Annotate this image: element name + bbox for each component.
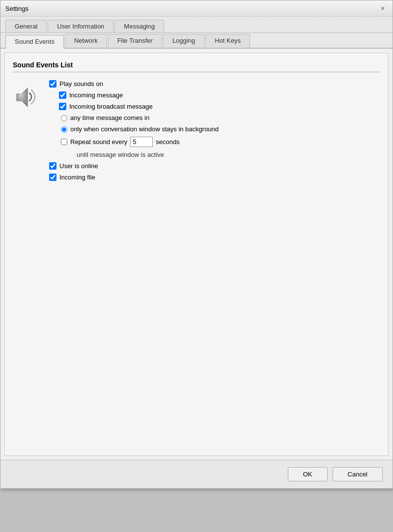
tabs-row2: Sound Events Network File Transfer Loggi… — [0, 33, 393, 49]
until-label: until message window is active — [77, 151, 164, 158]
repeat-sound-row: Repeat sound every seconds — [61, 137, 380, 147]
tab-hot-keys[interactable]: Hot Keys — [205, 34, 250, 48]
tab-general[interactable]: General — [5, 20, 47, 32]
any-time-row: any time message comes in — [61, 114, 380, 121]
options-column: Play sounds on Incoming message Incoming… — [49, 80, 380, 181]
until-row: until message window is active — [77, 151, 380, 158]
tabs-row1: General User Information Messaging — [0, 17, 393, 33]
incoming-broadcast-row: Incoming broadcast message — [59, 103, 380, 110]
tab-sound-events[interactable]: Sound Events — [5, 35, 64, 49]
cancel-button[interactable]: Cancel — [333, 467, 383, 481]
incoming-message-checkbox[interactable] — [59, 91, 66, 99]
only-when-radio[interactable] — [61, 126, 67, 133]
repeat-sound-checkbox[interactable] — [61, 139, 67, 145]
incoming-message-row: Incoming message — [59, 91, 380, 99]
play-sounds-row: Play sounds on — [49, 80, 380, 88]
tab-file-transfer[interactable]: File Transfer — [108, 34, 162, 48]
incoming-file-label[interactable]: Incoming file — [59, 174, 95, 181]
only-when-row: only when conversation window stays in b… — [61, 125, 380, 133]
any-time-label[interactable]: any time message comes in — [70, 114, 149, 121]
incoming-broadcast-checkbox[interactable] — [59, 103, 66, 110]
tab-user-information[interactable]: User Information — [48, 20, 113, 32]
section-title: Sound Events List — [13, 61, 380, 69]
only-when-label[interactable]: only when conversation window stays in b… — [70, 125, 219, 133]
repeat-sound-label[interactable]: Repeat sound every — [70, 138, 127, 146]
repeat-seconds-input[interactable] — [130, 137, 153, 147]
user-online-row: User is online — [49, 162, 380, 170]
main-content: Sound Events List — [4, 53, 389, 456]
incoming-message-label[interactable]: Incoming message — [69, 91, 123, 99]
svg-point-1 — [19, 92, 23, 95]
svg-marker-0 — [17, 88, 28, 107]
sound-icon-row: Play sounds on Incoming message Incoming… — [13, 80, 380, 181]
divider — [13, 72, 380, 72]
window-title: Settings — [5, 5, 28, 12]
speaker-icon — [13, 82, 42, 112]
user-online-label[interactable]: User is online — [59, 162, 98, 170]
broadcast-options: any time message comes in only when conv… — [61, 114, 380, 133]
settings-window: Settings × General User Information Mess… — [0, 0, 393, 489]
play-sounds-label[interactable]: Play sounds on — [59, 80, 103, 88]
incoming-broadcast-label[interactable]: Incoming broadcast message — [69, 103, 153, 110]
any-time-radio[interactable] — [61, 115, 67, 121]
footer: OK Cancel — [0, 460, 393, 488]
tab-network[interactable]: Network — [65, 34, 107, 48]
incoming-file-row: Incoming file — [49, 174, 380, 181]
tab-messaging[interactable]: Messaging — [114, 20, 164, 32]
play-sounds-checkbox[interactable] — [49, 80, 56, 88]
user-online-checkbox[interactable] — [49, 162, 56, 170]
seconds-label: seconds — [156, 138, 179, 146]
ok-button[interactable]: OK — [288, 467, 328, 481]
tab-logging[interactable]: Logging — [163, 34, 204, 48]
incoming-file-checkbox[interactable] — [49, 174, 56, 181]
close-button[interactable]: × — [378, 3, 388, 13]
title-bar: Settings × — [0, 0, 393, 17]
